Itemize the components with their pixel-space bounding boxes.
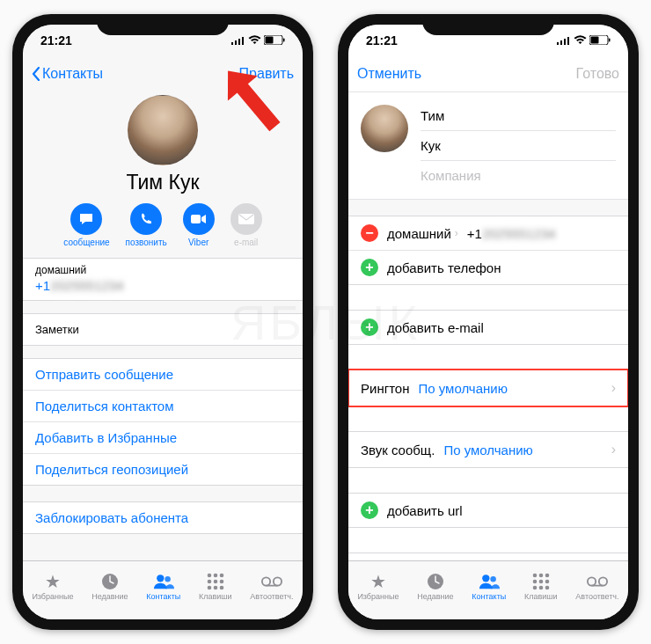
status-time: 21:21 — [40, 33, 72, 48]
last-name-input[interactable]: Кук — [421, 131, 616, 161]
svg-point-43 — [588, 577, 596, 585]
svg-point-10 — [157, 574, 164, 582]
email-label: e-mail — [234, 238, 258, 247]
tab-bar: ★ Избранные Недавние Контакты Клавиши — [23, 560, 303, 619]
tab-voicemail[interactable]: Автоответч. — [575, 572, 618, 601]
svg-point-18 — [207, 585, 211, 589]
phone-row[interactable]: − домашний › +12025551234 — [348, 216, 628, 251]
svg-point-34 — [532, 573, 537, 577]
svg-rect-27 — [567, 37, 569, 45]
svg-point-36 — [545, 573, 549, 577]
svg-point-21 — [262, 577, 270, 585]
tab-bar: ★ Избранные Недавние Контакты Клавиши — [348, 560, 628, 619]
tab-recents[interactable]: Недавние — [91, 572, 128, 601]
svg-point-40 — [532, 585, 537, 589]
avatar-small[interactable] — [361, 105, 408, 152]
add-phone-row[interactable]: + добавить телефон — [348, 251, 628, 284]
svg-point-19 — [213, 585, 217, 589]
notch — [422, 14, 554, 35]
svg-point-32 — [482, 574, 489, 582]
tab-favorites[interactable]: ★ Избранные — [32, 572, 73, 601]
add-icon[interactable]: + — [361, 318, 378, 336]
voicemail-icon — [261, 572, 282, 591]
svg-rect-1 — [235, 40, 237, 45]
svg-point-42 — [545, 585, 549, 589]
viber-button[interactable]: Viber — [183, 203, 215, 247]
svg-point-13 — [213, 573, 217, 577]
chevron-right-icon: › — [611, 380, 616, 396]
star-icon: ★ — [368, 572, 389, 591]
svg-point-14 — [219, 573, 223, 577]
clock-icon — [99, 572, 121, 591]
svg-rect-7 — [191, 215, 201, 223]
done-button[interactable]: Готово — [576, 66, 619, 82]
share-contact-link[interactable]: Поделиться контактом — [23, 391, 303, 422]
tab-contacts[interactable]: Контакты — [472, 572, 506, 601]
email-button: e-mail — [230, 203, 262, 247]
tab-keypad[interactable]: Клавиши — [524, 572, 558, 601]
svg-point-44 — [599, 577, 607, 585]
tab-favorites[interactable]: ★ Избранные — [357, 572, 399, 601]
video-icon — [183, 203, 215, 235]
phone-type-label: домашний — [23, 259, 303, 276]
send-message-link[interactable]: Отправить сообщение — [23, 359, 303, 391]
viber-label: Viber — [188, 238, 208, 247]
add-email-row[interactable]: + добавить e-mail — [348, 311, 628, 344]
avatar[interactable] — [128, 95, 198, 165]
svg-point-12 — [207, 573, 211, 577]
phone-icon — [130, 203, 162, 235]
block-contact-link[interactable]: Заблокировать абонента — [23, 502, 303, 533]
wifi-icon — [574, 33, 587, 48]
star-icon: ★ — [42, 572, 63, 591]
svg-rect-24 — [557, 42, 559, 45]
tab-recents[interactable]: Недавние — [417, 572, 453, 601]
add-icon[interactable]: + — [361, 501, 378, 519]
chevron-left-icon — [32, 67, 40, 81]
svg-point-38 — [538, 579, 543, 583]
call-label: позвонить — [126, 238, 167, 247]
share-location-link[interactable]: Поделиться геопозицией — [23, 454, 303, 485]
message-icon — [70, 203, 102, 235]
svg-rect-3 — [242, 37, 244, 45]
svg-point-33 — [490, 576, 495, 582]
remove-icon[interactable]: − — [361, 224, 378, 242]
contacts-icon — [479, 572, 500, 591]
add-favorite-link[interactable]: Добавить в Избранные — [23, 422, 303, 454]
add-address-row[interactable]: + добавить адрес — [348, 553, 628, 560]
clock-icon — [425, 572, 446, 591]
phone-left: 21:21 Контакты Править — [12, 14, 313, 630]
svg-rect-30 — [609, 39, 611, 42]
svg-rect-2 — [238, 39, 240, 45]
svg-point-17 — [219, 579, 223, 583]
company-input[interactable]: Компания — [421, 161, 616, 190]
tab-voicemail[interactable]: Автоответч. — [250, 572, 293, 601]
svg-rect-5 — [266, 37, 274, 44]
back-button[interactable]: Контакты — [32, 66, 103, 82]
tab-contacts[interactable]: Контакты — [146, 572, 180, 601]
signal-icon — [557, 33, 571, 48]
keypad-icon — [205, 572, 226, 591]
keypad-icon — [530, 572, 552, 591]
add-icon[interactable]: + — [361, 259, 378, 276]
message-label: сообщение — [63, 238, 109, 247]
svg-point-15 — [207, 579, 211, 583]
text-tone-row[interactable]: Звук сообщ. По умолчанию › — [348, 431, 628, 468]
svg-rect-25 — [560, 40, 562, 45]
call-button[interactable]: позвонить — [126, 203, 167, 247]
svg-point-39 — [545, 579, 549, 583]
ringtone-row[interactable]: Рингтон По умолчанию › — [348, 370, 628, 406]
phone-right: 21:21 Отменить Готово Тим — [338, 14, 639, 630]
wifi-icon — [248, 33, 261, 48]
add-url-row[interactable]: + добавить url — [348, 494, 628, 527]
back-label: Контакты — [42, 66, 103, 82]
cancel-button[interactable]: Отменить — [357, 66, 421, 82]
phone-number[interactable]: +12025551234 — [23, 276, 303, 300]
contacts-icon — [153, 572, 174, 591]
svg-rect-0 — [231, 42, 233, 45]
message-button[interactable]: сообщение — [63, 203, 109, 247]
notes-label[interactable]: Заметки — [23, 314, 303, 345]
tab-keypad[interactable]: Клавиши — [199, 572, 232, 601]
battery-icon — [589, 33, 611, 48]
mail-icon — [230, 203, 262, 235]
first-name-input[interactable]: Тим — [421, 101, 616, 131]
